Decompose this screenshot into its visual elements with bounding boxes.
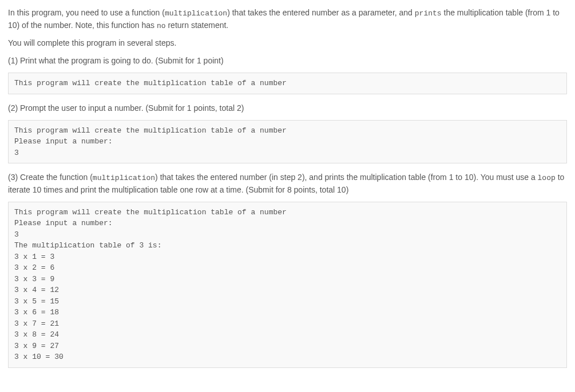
step-3-code-1: multiplication bbox=[93, 174, 155, 182]
step-3-text: (3) Create the function (multiplication)… bbox=[8, 171, 567, 196]
intro-paragraph: In this program, you need to use a funct… bbox=[8, 7, 567, 31]
code-block-2: This program will create the multiplicat… bbox=[8, 120, 567, 164]
intro-code-3: no bbox=[157, 22, 166, 30]
steps-intro: You will complete this program in severa… bbox=[8, 37, 567, 49]
step-3-code-2: loop bbox=[538, 174, 556, 182]
step-1-text: (1) Print what the program is going to d… bbox=[8, 55, 567, 67]
code-block-3: This program will create the multiplicat… bbox=[8, 202, 567, 368]
intro-text-1: In this program, you need to use a funct… bbox=[8, 8, 165, 17]
intro-text-2: ) that takes the entered number as a par… bbox=[227, 8, 415, 17]
step-2-text: (2) Prompt the user to input a number. (… bbox=[8, 102, 567, 114]
step-3-before-1: (3) Create the function ( bbox=[8, 173, 93, 182]
code-block-1: This program will create the multiplicat… bbox=[8, 73, 567, 94]
intro-text-4: return statement. bbox=[166, 21, 229, 30]
step-3-mid-1: ) that takes the entered number (in step… bbox=[155, 173, 537, 182]
intro-code-1: multiplication bbox=[165, 9, 227, 18]
intro-code-2: prints bbox=[415, 9, 442, 18]
